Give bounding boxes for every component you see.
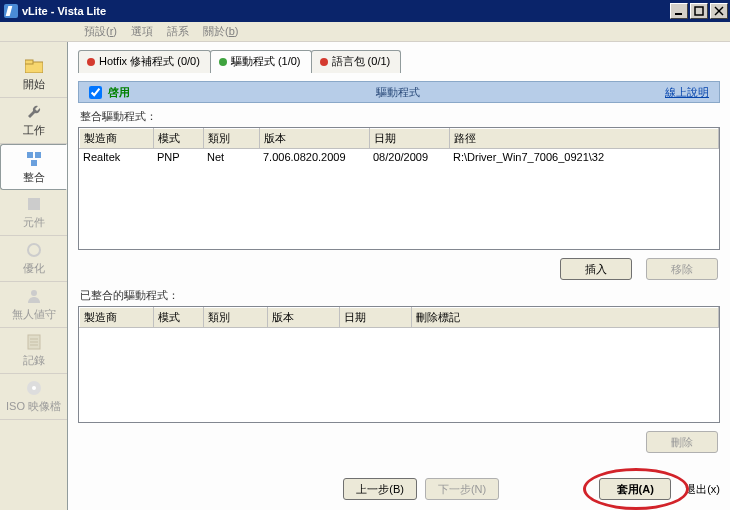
sidebar-label: 優化 <box>23 261 45 276</box>
menu-preset[interactable]: 預設(r) <box>84 24 117 39</box>
minimize-button[interactable] <box>670 3 688 19</box>
insert-button[interactable]: 插入 <box>560 258 632 280</box>
sidebar-label: 元件 <box>23 215 45 230</box>
cell-mode: PNP <box>153 149 203 165</box>
maximize-button[interactable] <box>690 3 708 19</box>
menu-options[interactable]: 選項 <box>131 24 153 39</box>
app-icon <box>4 4 18 18</box>
sidebar-tab-tweaks: 優化 <box>0 236 67 282</box>
svg-point-17 <box>32 386 36 390</box>
col-version[interactable]: 版本 <box>260 129 370 149</box>
integrate-icon <box>25 150 43 168</box>
col-path[interactable]: 路徑 <box>450 129 719 149</box>
wrench-icon <box>25 103 43 121</box>
sidebar-tab-log: 記錄 <box>0 328 67 374</box>
cell-date: 08/20/2009 <box>369 149 449 165</box>
drivers-table[interactable]: 製造商 模式 類別 版本 日期 路徑 Realtek PNP Net <box>78 127 720 250</box>
col-class[interactable]: 類別 <box>204 308 268 328</box>
col-date[interactable]: 日期 <box>370 129 450 149</box>
tab-label: 語言包 (0/1) <box>332 54 391 69</box>
dial-icon <box>25 241 43 259</box>
svg-point-11 <box>31 290 37 296</box>
user-icon <box>25 287 43 305</box>
sidebar-label: 整合 <box>23 170 45 185</box>
col-mode[interactable]: 模式 <box>154 129 204 149</box>
svg-point-10 <box>28 244 40 256</box>
col-mode[interactable]: 模式 <box>154 308 204 328</box>
sidebar-tab-integrate[interactable]: 整合 <box>0 144 67 190</box>
sidebar-label: 無人値守 <box>12 307 56 322</box>
delete-button: 刪除 <box>646 431 718 453</box>
tab-label: Hotfix 修補程式 (0/0) <box>99 54 200 69</box>
sidebar-tab-start[interactable]: 開始 <box>0 52 67 98</box>
apply-button[interactable]: 套用(A) <box>599 478 671 500</box>
disc-icon <box>25 379 43 397</box>
folder-icon <box>25 57 43 75</box>
online-help-link[interactable]: 線上說明 <box>665 85 709 100</box>
tab-drivers[interactable]: 驅動程式 (1/0) <box>210 50 312 73</box>
cell-path: R:\Driver_Win7_7006_0921\32 <box>449 149 719 165</box>
top-tabs: Hotfix 修補程式 (0/0) 驅動程式 (1/0) 語言包 (0/1) <box>78 50 720 73</box>
remove-button: 移除 <box>646 258 718 280</box>
status-dot-icon <box>87 58 95 66</box>
cell-version: 7.006.0820.2009 <box>259 149 369 165</box>
tab-language-pack[interactable]: 語言包 (0/1) <box>311 50 402 73</box>
table-row[interactable]: Realtek PNP Net 7.006.0820.2009 08/20/20… <box>79 149 719 165</box>
svg-rect-8 <box>31 160 37 166</box>
svg-rect-5 <box>25 60 33 64</box>
col-class[interactable]: 類別 <box>204 129 260 149</box>
sidebar-label: ISO 映像檔 <box>6 399 61 414</box>
sidebar-tab-tasks[interactable]: 工作 <box>0 98 67 144</box>
prev-button[interactable]: 上一步(B) <box>343 478 417 500</box>
svg-rect-1 <box>695 7 703 15</box>
window-titlebar: vLite - Vista Lite <box>0 0 730 22</box>
panel-header: 啓用 驅動程式 線上說明 <box>78 81 720 103</box>
menu-bar: 預設(r) 選項 語系 關於(b) <box>0 22 730 42</box>
next-button: 下一步(N) <box>425 478 499 500</box>
svg-rect-9 <box>28 198 40 210</box>
sidebar: 開始 工作 整合 元件 優化 無人値守 記錄 ISO 映像檔 <box>0 42 68 510</box>
menu-language[interactable]: 語系 <box>167 24 189 39</box>
panel-title: 驅動程式 <box>130 85 665 100</box>
sidebar-label: 開始 <box>23 77 45 92</box>
status-dot-icon <box>219 58 227 66</box>
enable-checkbox[interactable] <box>89 86 102 99</box>
svg-rect-0 <box>675 13 682 15</box>
component-icon <box>25 195 43 213</box>
sidebar-label: 記錄 <box>23 353 45 368</box>
enable-label: 啓用 <box>108 85 130 100</box>
col-date[interactable]: 日期 <box>340 308 412 328</box>
menu-about[interactable]: 關於(b) <box>203 24 238 39</box>
log-icon <box>25 333 43 351</box>
sidebar-tab-components: 元件 <box>0 190 67 236</box>
close-button[interactable] <box>710 3 728 19</box>
cell-class: Net <box>203 149 259 165</box>
exit-link[interactable]: 退出(x) <box>685 482 720 497</box>
svg-rect-6 <box>27 152 33 158</box>
integrated-drivers-table[interactable]: 製造商 模式 類別 版本 日期 刪除標記 <box>78 306 720 423</box>
status-dot-icon <box>320 58 328 66</box>
content-panel: Hotfix 修補程式 (0/0) 驅動程式 (1/0) 語言包 (0/1) 啓… <box>68 42 730 510</box>
section-label-integrated: 已整合的驅動程式： <box>78 282 720 306</box>
cell-mfr: Realtek <box>79 149 153 165</box>
tab-label: 驅動程式 (1/0) <box>231 54 301 69</box>
sidebar-tab-unattended: 無人値守 <box>0 282 67 328</box>
sidebar-tab-iso: ISO 映像檔 <box>0 374 67 420</box>
col-version[interactable]: 版本 <box>268 308 340 328</box>
col-delmark[interactable]: 刪除標記 <box>412 308 719 328</box>
svg-rect-7 <box>35 152 41 158</box>
col-manufacturer[interactable]: 製造商 <box>80 308 154 328</box>
tab-hotfix[interactable]: Hotfix 修補程式 (0/0) <box>78 50 211 73</box>
window-title: vLite - Vista Lite <box>22 5 670 17</box>
sidebar-label: 工作 <box>23 123 45 138</box>
section-label-integrate: 整合驅動程式： <box>78 103 720 127</box>
col-manufacturer[interactable]: 製造商 <box>80 129 154 149</box>
